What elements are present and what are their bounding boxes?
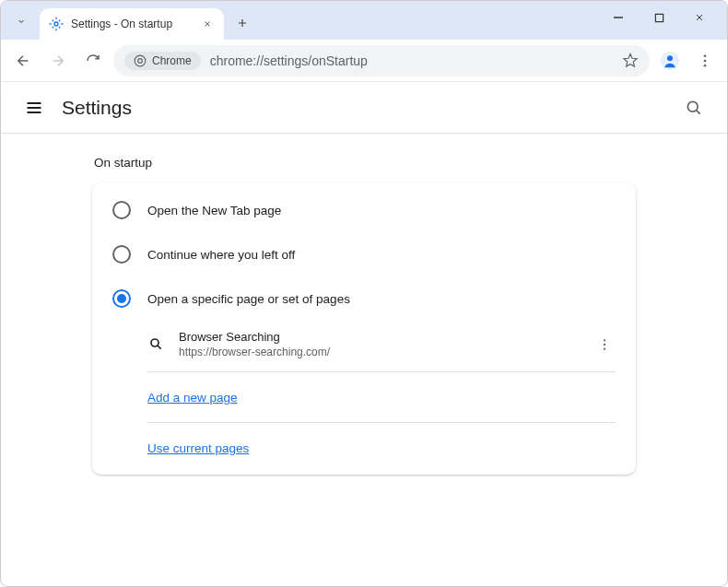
page-text: Browser Searching https://browser-search… (179, 330, 593, 358)
more-vertical-icon (697, 53, 713, 69)
startup-card: Open the New Tab page Continue where you… (92, 182, 636, 475)
url-text: chrome://settings/onStartup (210, 53, 613, 68)
more-vertical-icon (597, 337, 612, 352)
titlebar: Settings - On startup (1, 1, 727, 40)
close-icon (203, 19, 212, 29)
new-tab-button[interactable] (229, 10, 255, 36)
startup-page-name: Browser Searching (179, 330, 593, 344)
tab-close-button[interactable] (200, 17, 215, 31)
option-label: Open the New Tab page (147, 204, 281, 217)
section-label: On startup (92, 156, 636, 170)
maximize-button[interactable] (642, 5, 675, 30)
reload-icon (85, 53, 101, 69)
svg-point-9 (687, 101, 698, 112)
svg-point-11 (604, 339, 605, 341)
option-specific-pages[interactable]: Open a specific page or set of pages (92, 276, 636, 321)
svg-point-5 (667, 55, 673, 61)
add-page-row: Add a new page (92, 376, 636, 418)
option-new-tab[interactable]: Open the New Tab page (92, 188, 636, 232)
radio-unchecked-icon (112, 201, 131, 219)
forward-button[interactable] (43, 46, 73, 76)
magnifier-icon (147, 335, 166, 354)
gear-icon (49, 17, 64, 31)
close-icon (694, 12, 705, 23)
reload-button[interactable] (78, 46, 108, 76)
radio-unchecked-icon (112, 245, 131, 264)
browser-tab[interactable]: Settings - On startup (40, 8, 224, 40)
svg-rect-1 (655, 14, 663, 21)
svg-point-6 (704, 54, 707, 57)
content-area: On startup Open the New Tab page Continu… (1, 134, 727, 497)
menu-button[interactable] (18, 91, 51, 124)
startup-page-url: https://browser-searching.com/ (179, 346, 593, 358)
more-button[interactable] (690, 46, 720, 76)
svg-point-13 (604, 347, 605, 349)
use-current-row: Use current pages (92, 427, 636, 469)
svg-point-8 (704, 64, 707, 66)
plus-icon (236, 17, 249, 29)
window-controls (602, 5, 727, 40)
option-label: Open a specific page or set of pages (147, 292, 350, 306)
svg-point-2 (135, 55, 146, 66)
browser-toolbar: Chrome chrome://settings/onStartup (1, 40, 727, 82)
arrow-left-icon (15, 53, 31, 69)
divider (147, 371, 616, 372)
radio-checked-icon (112, 289, 131, 308)
chrome-chip-label: Chrome (152, 54, 192, 67)
svg-point-7 (704, 59, 707, 62)
svg-point-3 (138, 58, 143, 63)
divider (147, 422, 616, 423)
minimize-icon (613, 12, 624, 23)
star-icon[interactable] (622, 53, 639, 69)
profile-button[interactable] (655, 46, 685, 76)
svg-point-10 (151, 339, 159, 346)
minimize-button[interactable] (602, 5, 635, 30)
chrome-chip: Chrome (124, 52, 201, 70)
page-title: Settings (62, 97, 132, 119)
profile-icon (660, 51, 680, 71)
svg-point-0 (54, 22, 58, 26)
back-button[interactable] (8, 46, 38, 76)
close-window-button[interactable] (683, 5, 716, 30)
settings-header: Settings (1, 82, 727, 134)
option-label: Continue where you left off (147, 248, 295, 262)
arrow-right-icon (50, 53, 66, 69)
address-bar[interactable]: Chrome chrome://settings/onStartup (113, 45, 650, 76)
add-page-link[interactable]: Add a new page (147, 391, 238, 405)
tab-title: Settings - On startup (71, 18, 193, 30)
chrome-icon (134, 54, 147, 67)
use-current-link[interactable]: Use current pages (147, 441, 249, 455)
tabs-dropdown-button[interactable] (8, 8, 34, 34)
maximize-icon (654, 13, 664, 23)
svg-point-12 (604, 343, 605, 345)
menu-icon (25, 99, 43, 117)
option-continue[interactable]: Continue where you left off (92, 232, 636, 276)
search-icon (685, 99, 703, 117)
chevron-down-icon (16, 16, 27, 27)
page-more-button[interactable] (593, 334, 616, 356)
startup-page-item: Browser Searching https://browser-search… (92, 321, 636, 368)
search-button[interactable] (677, 91, 710, 124)
